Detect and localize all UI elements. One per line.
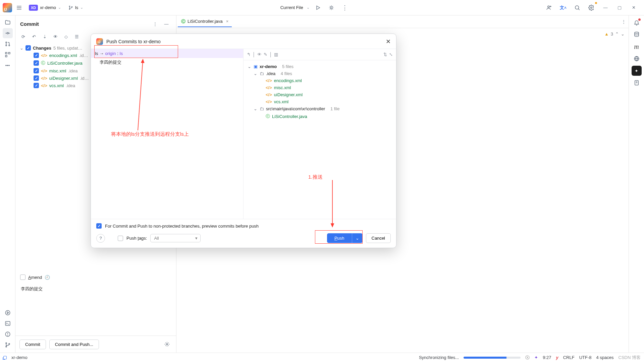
- tree-file[interactable]: </>misc.xml: [247, 84, 393, 91]
- folder-icon: 🗀: [260, 106, 264, 111]
- commit-and-push-button[interactable]: Commit and Push...: [49, 340, 99, 349]
- panel-options-icon[interactable]: ⋮: [150, 19, 160, 29]
- coverage-tool-icon[interactable]: [632, 78, 642, 88]
- problems-tool-icon[interactable]: [3, 329, 13, 339]
- push-tags-select[interactable]: All: [150, 234, 201, 242]
- git-tool-icon[interactable]: [3, 340, 13, 350]
- refresh-icon[interactable]: ⟳: [19, 32, 28, 41]
- chevron-up-icon[interactable]: ⌃: [615, 32, 619, 37]
- editor-tab[interactable]: Ⓒ LiSiController.java ×: [178, 16, 232, 27]
- svg-point-27: [7, 335, 8, 336]
- structure-tool-icon[interactable]: [3, 50, 13, 60]
- copilot-status-icon[interactable]: ✦: [534, 355, 538, 360]
- branch-mapping-row[interactable]: ls → origin : ls: [91, 49, 243, 58]
- more-actions-button[interactable]: ⋮: [340, 3, 350, 13]
- push-split-button[interactable]: Push ⌄: [327, 233, 363, 243]
- tree-file[interactable]: </>encodings.xml: [247, 77, 393, 84]
- help-icon[interactable]: ?: [96, 234, 105, 243]
- maven-tool-icon[interactable]: m: [632, 42, 642, 52]
- tree-file[interactable]: ⒸLiSiController.java: [247, 112, 393, 120]
- line-separator[interactable]: CRLF: [563, 355, 575, 360]
- collapse-all-icon[interactable]: ⤡: [389, 52, 393, 57]
- maximize-window-icon[interactable]: ▢: [614, 3, 625, 13]
- preview-diff-icon[interactable]: 👁: [257, 52, 262, 57]
- services-tool-icon[interactable]: [3, 308, 13, 318]
- checkbox-icon[interactable]: [34, 75, 39, 81]
- edit-source-icon[interactable]: ✎: [264, 52, 267, 57]
- shelve-icon[interactable]: ⇣: [40, 32, 49, 41]
- database-tool-icon[interactable]: [632, 29, 642, 40]
- rollback-icon[interactable]: ↶: [30, 32, 38, 41]
- notifications-icon[interactable]: [632, 17, 642, 27]
- cancel-sync-icon[interactable]: ⓧ: [525, 355, 530, 361]
- debug-button[interactable]: [326, 3, 336, 13]
- checkbox-icon[interactable]: [34, 83, 39, 88]
- remote-branch[interactable]: ls: [120, 51, 123, 56]
- dialog-close-icon[interactable]: ✕: [386, 38, 391, 45]
- checkbox-icon[interactable]: [25, 45, 31, 51]
- project-selector[interactable]: XD xr-demo ⌄: [26, 3, 64, 12]
- translate-icon[interactable]: 文A: [558, 3, 568, 13]
- git-branch-selector[interactable]: ls ⌄: [66, 4, 86, 11]
- run-button[interactable]: [313, 3, 323, 13]
- xml-file-icon: </>: [41, 83, 47, 88]
- warning-icon: ▲: [604, 32, 609, 37]
- close-tab-icon[interactable]: ×: [226, 19, 229, 24]
- chevron-down-icon[interactable]: ⌄: [621, 32, 625, 37]
- commit-tool-icon[interactable]: [3, 28, 13, 38]
- commit-options-icon[interactable]: [162, 339, 172, 349]
- expand-collapse-icon[interactable]: ⇅: [383, 52, 387, 57]
- group-by-icon[interactable]: ☰: [72, 32, 81, 41]
- commit-message-input[interactable]: 李四的提交: [19, 284, 173, 334]
- amend-checkbox[interactable]: [20, 275, 25, 280]
- copilot-tool-icon[interactable]: ✦: [632, 66, 642, 76]
- inspection-widget[interactable]: ▲ 3 ⌃ ⌄: [604, 32, 625, 37]
- push-tags-checkbox[interactable]: [118, 236, 123, 241]
- tree-folder[interactable]: ⌄🗀src\main\java\com\xr\controller 1 file: [247, 105, 393, 112]
- more-tools-icon[interactable]: •••: [3, 60, 13, 70]
- tab-options-icon[interactable]: ⋮: [619, 17, 629, 27]
- project-status-icon[interactable]: [3, 356, 7, 359]
- group-by-icon[interactable]: ▥: [274, 52, 278, 57]
- diff-icon[interactable]: 👁: [51, 32, 60, 41]
- commit-item[interactable]: 李四的提交: [91, 58, 243, 67]
- cancel-button[interactable]: Cancel: [366, 233, 391, 243]
- tree-folder[interactable]: ⌄🗀.idea 4 files: [247, 70, 393, 77]
- tree-root[interactable]: ⌄▣xr-demo 5 files: [247, 63, 393, 70]
- readonly-lock-icon[interactable]: CSDN 博客: [619, 355, 641, 361]
- prev-diff-icon[interactable]: ↰: [247, 52, 251, 57]
- statusbar-project[interactable]: xr-demo: [11, 355, 28, 360]
- clock-value[interactable]: 9:27: [543, 355, 551, 360]
- indent-info[interactable]: 4 spaces: [596, 355, 614, 360]
- file-encoding[interactable]: UTF-8: [579, 355, 592, 360]
- panel-minimize-icon[interactable]: ―: [161, 19, 171, 29]
- settings-icon[interactable]: [586, 3, 596, 13]
- terminal-tool-icon[interactable]: [3, 318, 13, 328]
- push-dropdown-icon[interactable]: ⌄: [352, 233, 363, 243]
- pull-requests-tool-icon[interactable]: [3, 39, 13, 49]
- remote-name[interactable]: origin: [105, 51, 116, 56]
- commit-button[interactable]: Commit: [19, 340, 46, 349]
- yi-icon[interactable]: y: [556, 355, 558, 360]
- checkbox-icon[interactable]: [34, 68, 39, 73]
- expand-icon[interactable]: ⌄: [19, 46, 23, 51]
- history-icon[interactable]: 🕘: [45, 275, 50, 280]
- tree-file[interactable]: </>vcs.xml: [247, 98, 393, 105]
- globe-tool-icon[interactable]: [632, 54, 642, 64]
- code-with-me-icon[interactable]: [544, 3, 554, 13]
- push-button[interactable]: Push: [327, 233, 352, 243]
- run-config-label[interactable]: Current File: [280, 5, 303, 10]
- arrow-icon: →: [99, 51, 104, 56]
- checkbox-icon[interactable]: [34, 60, 39, 66]
- close-window-icon[interactable]: ✕: [629, 3, 639, 13]
- checkbox-icon[interactable]: [34, 53, 39, 58]
- search-icon[interactable]: [572, 3, 582, 13]
- dialog-body: ls → origin : ls 李四的提交 ↰ │ 👁 ✎ │ ▥ ⇅ ⤡: [91, 49, 396, 219]
- project-tool-icon[interactable]: [3, 17, 13, 27]
- preview-checkbox[interactable]: [96, 223, 102, 229]
- minimize-window-icon[interactable]: ―: [600, 3, 610, 13]
- tree-file[interactable]: </>uiDesigner.xml: [247, 91, 393, 98]
- svg-point-8: [548, 6, 549, 7]
- changelist-icon[interactable]: ◇: [62, 32, 70, 41]
- main-menu-button[interactable]: [14, 3, 24, 13]
